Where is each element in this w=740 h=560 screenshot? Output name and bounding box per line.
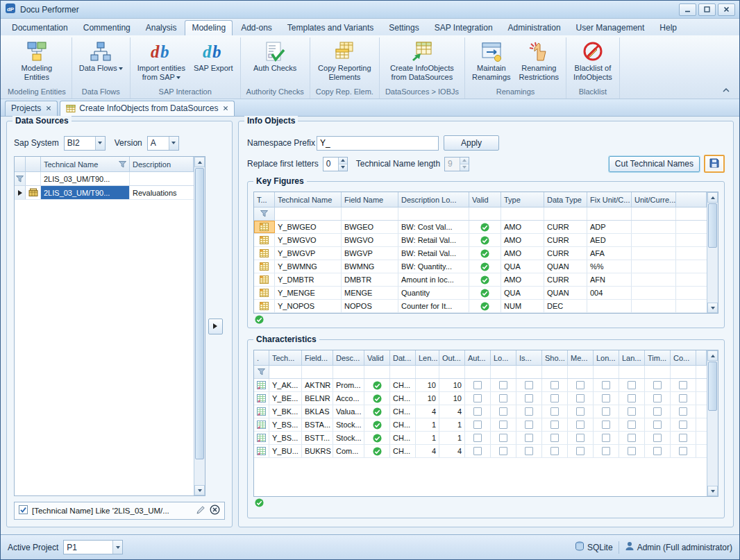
- table-row[interactable]: 2LIS_03_UM/T90...Revaluations: [15, 186, 194, 200]
- column-header-data-type[interactable]: Data Type: [544, 192, 587, 207]
- checkbox[interactable]: [628, 407, 636, 416]
- cell-desc[interactable]: Valua...: [333, 405, 364, 418]
- cell-sho[interactable]: [542, 405, 568, 418]
- cell-valid[interactable]: [469, 234, 501, 246]
- cell-lo[interactable]: [491, 379, 516, 391]
- vertical-scrollbar[interactable]: [707, 350, 718, 496]
- cell-technical-name[interactable]: 2LIS_03_UM/T90...: [41, 186, 130, 199]
- database-status[interactable]: SQLite: [575, 541, 613, 553]
- cell-me[interactable]: [568, 405, 594, 418]
- checkbox[interactable]: [602, 447, 610, 455]
- scrollbar-track[interactable]: [708, 203, 717, 302]
- checkbox[interactable]: [576, 381, 585, 389]
- checkbox[interactable]: [679, 381, 687, 389]
- checkbox[interactable]: [499, 394, 507, 402]
- ribbon-button-modeling-entities[interactable]: ModelingEntities: [17, 38, 57, 87]
- cell-type[interactable]: AMO: [501, 221, 544, 233]
- checkbox[interactable]: [602, 381, 610, 389]
- table-row[interactable]: Y_BWGVPBWGVPBW: Retail Val...AMOCURRAFA: [254, 247, 707, 260]
- filter-cell-technical-name[interactable]: [275, 207, 342, 220]
- cell-icon[interactable]: [254, 405, 269, 418]
- cell-valid[interactable]: [469, 287, 501, 299]
- cell-tim[interactable]: [645, 392, 671, 405]
- cell-tech[interactable]: Y_BS...: [269, 418, 302, 431]
- checkbox[interactable]: [653, 447, 662, 455]
- cell-type[interactable]: QUA: [501, 287, 544, 299]
- column-header-technical-name[interactable]: Technical Name: [41, 157, 130, 171]
- cell-t[interactable]: [254, 300, 275, 312]
- filter-cell-lon[interactable]: [594, 366, 619, 378]
- column-header-lo[interactable]: Lo...: [491, 350, 516, 365]
- scroll-up-button[interactable]: [707, 192, 718, 203]
- cell-lon[interactable]: [594, 418, 619, 431]
- cell-type[interactable]: AMO: [501, 234, 544, 246]
- cell-technical-name[interactable]: Y_DMBTR: [275, 273, 342, 286]
- filter-cell-out[interactable]: [439, 366, 465, 378]
- checkbox[interactable]: [473, 394, 482, 402]
- checkbox[interactable]: [550, 381, 559, 389]
- filter-cell-field-name[interactable]: [342, 207, 398, 220]
- cell-len[interactable]: 4: [416, 405, 439, 418]
- column-header-desc[interactable]: Desc...: [333, 350, 364, 365]
- checkbox[interactable]: [576, 447, 585, 455]
- cell-tim[interactable]: [645, 445, 671, 457]
- filter-cell-lan[interactable]: [619, 366, 645, 378]
- scrollbar-thumb[interactable]: [708, 203, 717, 248]
- cell-co[interactable]: [671, 392, 696, 405]
- cell-description-lo[interactable]: Counter for It...: [398, 300, 469, 312]
- cell-is[interactable]: [516, 392, 542, 405]
- cell-tech[interactable]: Y_BS...: [269, 432, 302, 444]
- checkbox[interactable]: [576, 407, 585, 416]
- cell-technical-name[interactable]: Y_BWMNG: [275, 260, 342, 273]
- cell-description-lo[interactable]: Amount in loc...: [398, 273, 469, 286]
- cell-aut[interactable]: [465, 405, 491, 418]
- checkbox[interactable]: [628, 381, 636, 389]
- cell-field-name[interactable]: DMBTR: [342, 273, 398, 286]
- ribbon-tab-modeling[interactable]: Modeling: [185, 20, 233, 35]
- chevron-down-icon[interactable]: [169, 137, 178, 150]
- filter-cell-tech[interactable]: [269, 366, 302, 378]
- ribbon-button-blacklist-of-infoobjects[interactable]: Blacklist ofInfoObjects: [570, 38, 616, 87]
- checkbox[interactable]: [653, 407, 662, 416]
- checkbox[interactable]: [525, 394, 533, 402]
- cell-aut[interactable]: [465, 445, 491, 457]
- cell-co[interactable]: [671, 432, 696, 444]
- cell-out[interactable]: 4: [439, 405, 465, 418]
- active-filter-icon[interactable]: [119, 161, 126, 168]
- cell-valid[interactable]: [469, 300, 501, 312]
- cell-valid[interactable]: [364, 445, 390, 457]
- cell-is[interactable]: [516, 418, 542, 431]
- cell-lan[interactable]: [619, 379, 645, 391]
- cell-len[interactable]: 1: [416, 418, 439, 431]
- cell-out[interactable]: 10: [439, 379, 465, 391]
- spin-down-button[interactable]: [339, 164, 347, 171]
- cell-valid[interactable]: [469, 247, 501, 260]
- filter-cell-valid[interactable]: [364, 366, 390, 378]
- cell-valid[interactable]: [364, 379, 390, 391]
- checkbox[interactable]: [602, 394, 610, 402]
- scrollbar-track[interactable]: [708, 362, 717, 485]
- cell-lo[interactable]: [491, 432, 516, 444]
- cell-me[interactable]: [568, 379, 594, 391]
- cell-out[interactable]: 1: [439, 432, 465, 444]
- checkbox[interactable]: [525, 447, 533, 455]
- checkbox[interactable]: [679, 434, 687, 442]
- checkbox[interactable]: [653, 421, 662, 429]
- checkbox[interactable]: [473, 421, 482, 429]
- cell-me[interactable]: [568, 432, 594, 444]
- column-header-description[interactable]: Description: [130, 157, 194, 171]
- column-header-len[interactable]: Len...: [416, 350, 439, 365]
- namespace-prefix-input[interactable]: [317, 136, 439, 151]
- cell-description-lo[interactable]: BW: Retail Val...: [398, 234, 469, 246]
- checkbox[interactable]: [628, 421, 636, 429]
- cell-lon[interactable]: [594, 432, 619, 444]
- column-header-type[interactable]: Type: [501, 192, 544, 207]
- filter-cell-icon[interactable]: [254, 366, 269, 378]
- ribbon-tab-analysis[interactable]: Analysis: [139, 20, 184, 35]
- checkbox[interactable]: [550, 447, 559, 455]
- ribbon-button-import-entities-from-sap[interactable]: dbImport entitiesfrom SAP: [134, 38, 189, 87]
- cell-is[interactable]: [516, 432, 542, 444]
- ribbon-tab-settings[interactable]: Settings: [382, 20, 426, 35]
- ribbon-tab-documentation[interactable]: Documentation: [5, 20, 75, 35]
- checkbox[interactable]: [473, 407, 482, 416]
